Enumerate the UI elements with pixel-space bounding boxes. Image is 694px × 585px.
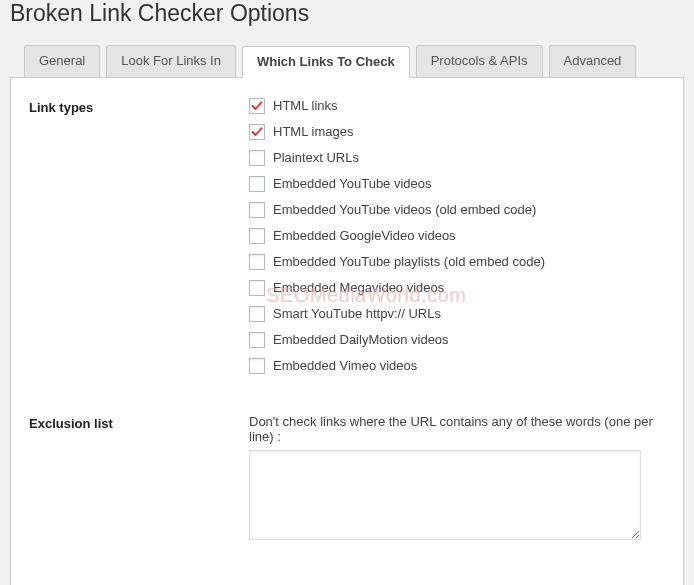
link-type-label: Embedded Megavideo videos (273, 280, 444, 295)
link-type-option[interactable]: Smart YouTube httpv:// URLs (249, 306, 665, 322)
link-type-label: HTML images (273, 124, 353, 139)
checkbox[interactable] (249, 124, 265, 140)
tab-protocols-apis[interactable]: Protocols & APIs (416, 45, 543, 77)
exclusion-list-label: Exclusion list (29, 414, 249, 431)
link-type-label: Smart YouTube httpv:// URLs (273, 306, 441, 321)
tab-general[interactable]: General (24, 45, 100, 77)
tab-advanced[interactable]: Advanced (549, 45, 637, 77)
checkbox[interactable] (249, 176, 265, 192)
link-type-option[interactable]: HTML links (249, 98, 665, 114)
link-type-option[interactable]: Embedded Vimeo videos (249, 358, 665, 374)
link-type-option[interactable]: Plaintext URLs (249, 150, 665, 166)
link-type-label: Embedded Vimeo videos (273, 358, 417, 373)
checkbox[interactable] (249, 254, 265, 270)
link-types-field: HTML linksHTML imagesPlaintext URLsEmbed… (249, 98, 665, 384)
tab-look-for-links-in[interactable]: Look For Links In (106, 45, 236, 77)
checkbox[interactable] (249, 332, 265, 348)
exclusion-list-description: Don't check links where the URL contains… (249, 414, 665, 444)
link-type-option[interactable]: Embedded DailyMotion videos (249, 332, 665, 348)
tab-which-links-to-check[interactable]: Which Links To Check (242, 46, 410, 78)
link-type-option[interactable]: Embedded GoogleVideo videos (249, 228, 665, 244)
checkbox[interactable] (249, 202, 265, 218)
checkbox[interactable] (249, 306, 265, 322)
link-type-label: Embedded YouTube playlists (old embed co… (273, 254, 545, 269)
tabs-nav: General Look For Links In Which Links To… (10, 45, 684, 77)
link-type-label: Plaintext URLs (273, 150, 359, 165)
settings-panel: Link types HTML linksHTML imagesPlaintex… (10, 77, 684, 585)
link-type-option[interactable]: HTML images (249, 124, 665, 140)
checkbox[interactable] (249, 280, 265, 296)
checkbox[interactable] (249, 358, 265, 374)
link-type-label: Embedded YouTube videos (old embed code) (273, 202, 536, 217)
link-type-option[interactable]: Embedded Megavideo videos (249, 280, 665, 296)
link-type-option[interactable]: Embedded YouTube playlists (old embed co… (249, 254, 665, 270)
link-type-option[interactable]: Embedded YouTube videos (249, 176, 665, 192)
checkbox[interactable] (249, 150, 265, 166)
checkbox[interactable] (249, 98, 265, 114)
link-type-label: Embedded GoogleVideo videos (273, 228, 456, 243)
check-icon (251, 100, 263, 112)
link-type-label: Embedded DailyMotion videos (273, 332, 449, 347)
row-exclusion-list: Exclusion list Don't check links where t… (29, 414, 665, 543)
link-types-label: Link types (29, 98, 249, 115)
page-title: Broken Link Checker Options (10, 0, 684, 27)
row-link-types: Link types HTML linksHTML imagesPlaintex… (29, 98, 665, 384)
exclusion-list-textarea[interactable] (249, 450, 641, 540)
exclusion-list-field: Don't check links where the URL contains… (249, 414, 665, 543)
link-type-label: HTML links (273, 98, 338, 113)
link-type-label: Embedded YouTube videos (273, 176, 432, 191)
checkbox[interactable] (249, 228, 265, 244)
check-icon (251, 126, 263, 138)
link-type-option[interactable]: Embedded YouTube videos (old embed code) (249, 202, 665, 218)
